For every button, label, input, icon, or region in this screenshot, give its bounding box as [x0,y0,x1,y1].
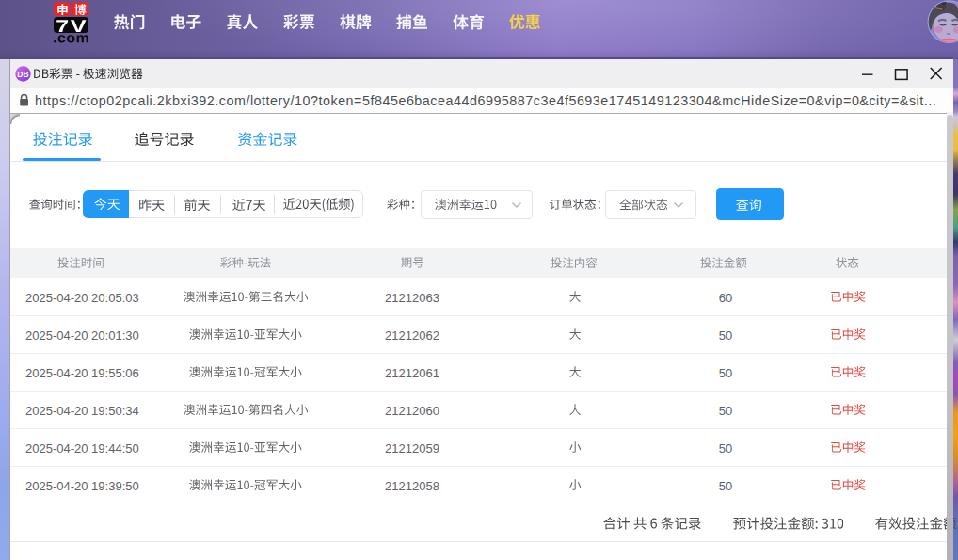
svg-text:DB: DB [17,69,28,78]
